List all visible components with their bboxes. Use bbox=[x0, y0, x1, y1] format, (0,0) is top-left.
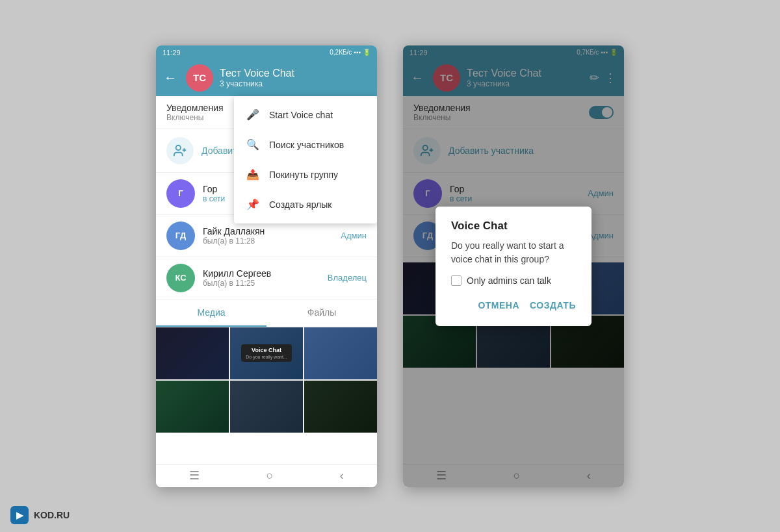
status-bar-left: 11:29 0,2КБ/с ▪▪▪ 🔋 bbox=[156, 45, 377, 60]
watermark-text: KOD.RU bbox=[34, 510, 70, 520]
leave-group-icon: 📤 bbox=[246, 168, 260, 182]
phone-right: 11:29 0,7КБ/с ▪▪▪ 🔋 ← TC Тест Voice Chat… bbox=[403, 45, 624, 487]
cancel-button[interactable]: ОТМЕНА bbox=[478, 298, 519, 313]
header-left: ← TC Тест Voice Chat 3 участника bbox=[156, 60, 377, 96]
nav-home-icon-left[interactable]: ○ bbox=[266, 469, 274, 483]
member-status-gaik-left: был(а) в 11:28 bbox=[203, 236, 333, 246]
signal-icon: ▪▪▪ bbox=[354, 49, 361, 56]
media-thumb-6[interactable] bbox=[304, 381, 377, 433]
add-member-icon-left bbox=[166, 137, 194, 164]
nav-bar-left: ☰ ○ ‹ bbox=[156, 464, 377, 487]
header-info-left: Тест Voice Chat 3 участника bbox=[220, 68, 369, 88]
nav-menu-icon-left[interactable]: ☰ bbox=[189, 468, 200, 483]
menu-item-shortcut[interactable]: 📌 Создать ярлык bbox=[234, 190, 377, 220]
member-role-kirill-left: Владелец bbox=[328, 273, 367, 283]
member-status-kirill-left: был(а) в 11:25 bbox=[203, 279, 320, 288]
voice-chat-label: Start Voice chat bbox=[269, 110, 333, 120]
avatar-kirill-left: КС bbox=[166, 264, 195, 292]
voice-chat-icon: 🎤 bbox=[246, 108, 260, 122]
admins-only-label: Only admins can talk bbox=[467, 275, 551, 286]
member-info-gaik-left: Гайк Даллакян был(а) в 11:28 bbox=[203, 226, 333, 246]
phone-left: 11:29 0,2КБ/с ▪▪▪ 🔋 ← TC Тест Voice Chat… bbox=[156, 45, 377, 487]
media-thumb-1[interactable] bbox=[156, 327, 229, 379]
tab-files-left[interactable]: Файлы bbox=[266, 299, 377, 327]
dialog-checkbox-row: Only admins can talk bbox=[451, 275, 576, 286]
shortcut-icon: 📌 bbox=[246, 197, 260, 212]
voice-chat-dialog: Voice Chat Do you really want to start a… bbox=[436, 207, 592, 326]
media-thumb-2[interactable]: Voice Chat Do you really want... bbox=[230, 327, 303, 379]
battery-icon-left: 🔋 bbox=[363, 49, 370, 56]
menu-item-leave[interactable]: 📤 Покинуть группу bbox=[234, 160, 377, 190]
media-thumb-3[interactable] bbox=[304, 327, 377, 379]
admins-only-checkbox[interactable] bbox=[451, 275, 462, 286]
time-left: 11:29 bbox=[162, 49, 181, 57]
member-name-kirill-left: Кирилл Сергеев bbox=[203, 268, 320, 279]
dialog-text: Do you really want to start a voice chat… bbox=[451, 239, 576, 266]
dialog-overlay: Voice Chat Do you really want to start a… bbox=[403, 45, 624, 487]
nav-back-icon-left[interactable]: ‹ bbox=[340, 469, 344, 483]
member-name-gaik-left: Гайк Даллакян bbox=[203, 226, 333, 236]
back-button-left[interactable]: ← bbox=[164, 70, 177, 85]
avatar-gor-left: Г bbox=[166, 179, 195, 208]
member-count-left: 3 участника bbox=[220, 79, 369, 88]
member-info-kirill-left: Кирилл Сергеев был(а) в 11:25 bbox=[203, 268, 320, 288]
dialog-title: Voice Chat bbox=[451, 220, 576, 233]
dropdown-menu: 🎤 Start Voice chat 🔍 Поиск участников 📤 … bbox=[234, 96, 377, 223]
menu-item-voice-chat[interactable]: 🎤 Start Voice chat bbox=[234, 100, 377, 130]
watermark: ▶ KOD.RU bbox=[10, 506, 70, 524]
media-thumb-5[interactable] bbox=[230, 381, 303, 433]
search-label: Поиск участников bbox=[269, 140, 344, 150]
dialog-buttons: ОТМЕНА СОЗДАТЬ bbox=[451, 298, 576, 313]
member-role-gaik-left: Админ bbox=[341, 231, 367, 240]
avatar-gaik-left: ГД bbox=[166, 222, 195, 250]
media-thumb-4[interactable] bbox=[156, 381, 229, 433]
watermark-logo: ▶ bbox=[10, 506, 29, 524]
status-icons-left: 0,2КБ/с ▪▪▪ 🔋 bbox=[330, 49, 370, 56]
data-speed-left: 0,2КБ/с bbox=[330, 49, 352, 56]
search-participants-icon: 🔍 bbox=[246, 138, 260, 152]
shortcut-label: Создать ярлык bbox=[269, 199, 332, 210]
member-kirill-left[interactable]: КС Кирилл Сергеев был(а) в 11:25 Владеле… bbox=[156, 257, 377, 299]
group-avatar-left: TC bbox=[186, 64, 213, 92]
group-title-left: Тест Voice Chat bbox=[220, 68, 369, 79]
svg-point-0 bbox=[176, 145, 181, 149]
create-button[interactable]: СОЗДАТЬ bbox=[530, 298, 576, 313]
tabs-left: Медиа Файлы bbox=[156, 299, 377, 327]
menu-item-search[interactable]: 🔍 Поиск участников bbox=[234, 130, 377, 160]
leave-label: Покинуть группу bbox=[269, 170, 338, 180]
tab-media-left[interactable]: Медиа bbox=[156, 299, 266, 327]
media-grid-left: Voice Chat Do you really want... bbox=[156, 327, 377, 433]
